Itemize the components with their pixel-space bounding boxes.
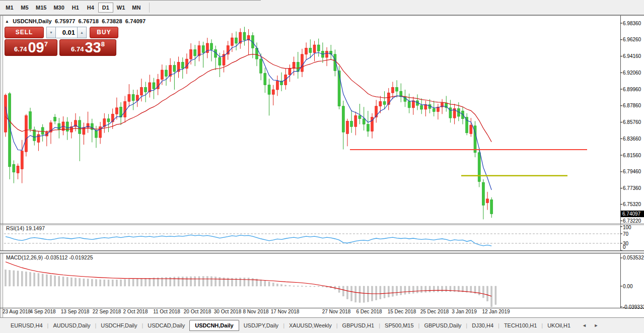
macd-bar xyxy=(42,274,43,286)
symbol-tab-dj30[interactable]: DJ30,H4 xyxy=(467,320,498,331)
candle-body xyxy=(54,117,56,121)
axis-label: 6.73220 xyxy=(623,218,641,224)
symbol-tab-usdchf[interactable]: USDCHF,Daily xyxy=(96,320,141,331)
timeframe-button-h1[interactable]: H1 xyxy=(68,3,83,13)
macd-bar xyxy=(194,277,196,286)
macd-bar xyxy=(100,280,101,286)
timeframe-button-w1[interactable]: W1 xyxy=(113,3,129,13)
timeframe-button-h4[interactable]: H4 xyxy=(83,3,98,13)
macd-bar xyxy=(376,286,377,300)
one-click-trading-panel: SELL ▼ 0.01 ▲ BUY 6.74 09 7 6.74 33 8 xyxy=(5,27,118,56)
candle-body xyxy=(293,62,295,68)
macd-bar xyxy=(338,286,340,293)
macd-bar xyxy=(421,286,422,293)
sell-price-button[interactable]: 6.74 09 7 xyxy=(5,39,57,56)
buy-price-button[interactable]: 6.74 33 8 xyxy=(59,39,116,56)
macd-bar xyxy=(21,272,23,286)
toolbar-divider xyxy=(0,0,261,1)
symbol-tab-audusd[interactable]: AUDUSD,Daily xyxy=(48,320,95,331)
macd-bar xyxy=(380,286,381,299)
timeframe-button-m1[interactable]: M1 xyxy=(2,3,17,13)
candle-body xyxy=(363,119,365,124)
symbol-tab-sp500[interactable]: SP500,M15 xyxy=(380,320,418,331)
macd-bar xyxy=(446,286,447,292)
timeframe-button-m15[interactable]: M15 xyxy=(32,3,50,13)
time-axis[interactable]: 23 Aug 20184 Sep 201813 Sep 201822 Sep 2… xyxy=(3,309,510,314)
axis-label: 6.87860 xyxy=(623,103,641,108)
macd-bar xyxy=(482,286,484,298)
volume-increase-button[interactable]: ▲ xyxy=(78,27,87,38)
symbol-tab-usdcnh[interactable]: USDCNH,Daily xyxy=(189,320,239,331)
date-label: 17 Nov 2018 xyxy=(271,309,300,314)
macd-bar xyxy=(91,279,93,286)
tab-scroll-right-icon[interactable]: ► xyxy=(594,323,601,328)
axis-label: 6.94160 xyxy=(623,53,641,59)
timeframe-button-d1[interactable]: D1 xyxy=(98,3,113,13)
candle-body xyxy=(58,123,60,129)
macd-bar xyxy=(38,274,39,286)
sell-button[interactable]: SELL xyxy=(5,27,44,38)
tab-scroll-left-icon[interactable]: ◄ xyxy=(582,323,590,328)
buy-button[interactable]: BUY xyxy=(90,27,118,38)
date-label: 4 Sep 2018 xyxy=(30,309,56,314)
candle-body xyxy=(37,135,40,143)
macd-bar xyxy=(396,286,398,296)
macd-bar xyxy=(5,270,7,286)
candle-body xyxy=(140,87,142,95)
macd-bar xyxy=(190,277,192,286)
chevron-down-icon: ▼ xyxy=(49,31,53,34)
candle-body xyxy=(461,111,464,119)
collapse-arrow-icon[interactable]: ▲ xyxy=(5,19,9,24)
macd-bar xyxy=(149,278,151,286)
candle-body xyxy=(326,51,328,57)
candle-body xyxy=(161,70,163,80)
date-label: 30 Oct 2018 xyxy=(214,309,242,314)
axis-label: 6.85760 xyxy=(623,119,641,125)
symbol-tab-xauusd[interactable]: XAUUSD,Weekly xyxy=(284,320,336,331)
date-label: 20 Oct 2018 xyxy=(184,309,211,314)
macd-bar xyxy=(318,286,319,287)
timeframe-toolbar: M1M5M15M30H1H4D1W1MN xyxy=(0,0,644,15)
timeframe-button-mn[interactable]: MN xyxy=(128,3,144,13)
candle-body xyxy=(91,123,93,129)
candle-body xyxy=(289,69,291,75)
buy-price-prefix: 6.74 xyxy=(71,45,84,53)
macd-bar xyxy=(198,277,200,286)
candle-body xyxy=(412,101,414,108)
timeframe-button-m5[interactable]: M5 xyxy=(17,3,32,13)
panel-splitter[interactable] xyxy=(0,251,644,254)
axis-label: 0 xyxy=(623,244,626,250)
chevron-up-icon: ▲ xyxy=(80,31,84,34)
candle-body xyxy=(115,108,118,114)
axis-label: 6.81560 xyxy=(623,153,641,158)
symbol-tab-usdjpy[interactable]: USDJPY,Daily xyxy=(239,320,283,331)
macd-bar xyxy=(182,277,183,286)
macd-bar xyxy=(30,273,31,286)
macd-bar xyxy=(157,278,159,286)
volume-input[interactable]: 0.01 xyxy=(55,27,78,38)
symbol-tab-gbpusd[interactable]: GBPUSD,H1 xyxy=(338,320,379,331)
axis-label: 0.00 xyxy=(623,284,633,289)
timeframe-button-m30[interactable]: M30 xyxy=(50,3,67,13)
macd-bar xyxy=(285,285,287,286)
candle-body xyxy=(66,122,68,131)
macd-bar xyxy=(120,280,122,286)
axis-label: 6.89960 xyxy=(623,87,641,92)
axis-label: 100 xyxy=(623,225,631,230)
macd-bar xyxy=(202,277,204,286)
symbol-tab-eurusd[interactable]: EURUSD,H4 xyxy=(6,320,47,331)
volume-decrease-button[interactable]: ▼ xyxy=(46,27,55,38)
symbol-tab-usdcad[interactable]: USDCAD,Daily xyxy=(143,320,189,331)
macd-bar xyxy=(132,279,134,286)
macd-bar xyxy=(367,286,369,302)
symbol-tab-gbpusd[interactable]: GBPUSD,Daily xyxy=(419,320,466,331)
macd-bar xyxy=(46,275,47,286)
symbol-tab-tech100[interactable]: TECH100,H1 xyxy=(499,320,541,331)
price-chart-canvas[interactable]: 6.983606.962606.941606.920606.899606.878… xyxy=(0,15,644,317)
candle-body xyxy=(5,95,7,132)
candle-body xyxy=(433,108,435,111)
candle-body xyxy=(243,32,246,40)
candle-body xyxy=(408,101,410,107)
macd-bar xyxy=(248,278,249,286)
symbol-tab-ukoil[interactable]: UKOil,H1 xyxy=(543,320,575,331)
